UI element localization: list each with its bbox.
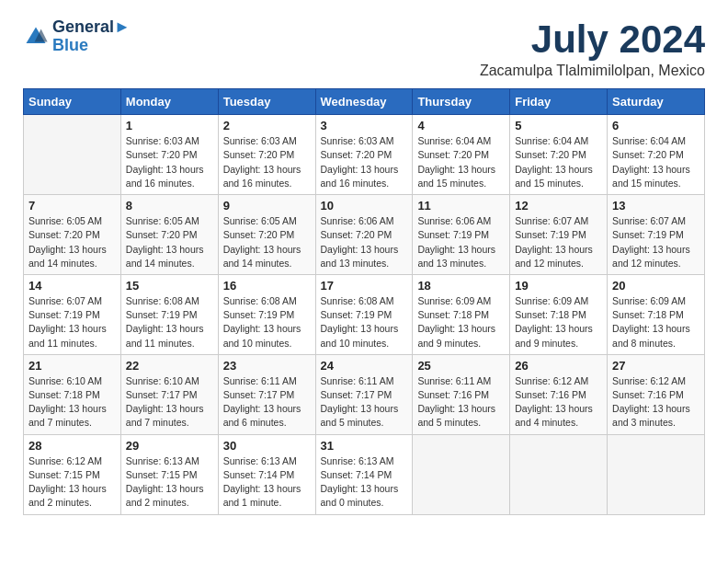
day-number: 22 xyxy=(126,359,213,373)
day-number: 15 xyxy=(126,279,213,293)
day-number: 25 xyxy=(417,359,505,373)
week-row-1: 1Sunrise: 6:03 AMSunset: 7:20 PMDaylight… xyxy=(24,115,705,195)
day-cell: 21Sunrise: 6:10 AMSunset: 7:18 PMDayligh… xyxy=(24,354,121,434)
calendar-table: SundayMondayTuesdayWednesdayThursdayFrid… xyxy=(23,88,705,514)
day-cell: 2Sunrise: 6:03 AMSunset: 7:20 PMDaylight… xyxy=(218,115,315,195)
day-info: Sunrise: 6:11 AMSunset: 7:16 PMDaylight:… xyxy=(417,374,505,431)
day-cell: 17Sunrise: 6:08 AMSunset: 7:19 PMDayligh… xyxy=(315,274,413,354)
day-cell: 6Sunrise: 6:04 AMSunset: 7:20 PMDaylight… xyxy=(608,115,705,195)
day-cell: 1Sunrise: 6:03 AMSunset: 7:20 PMDaylight… xyxy=(120,115,218,195)
day-cell: 25Sunrise: 6:11 AMSunset: 7:16 PMDayligh… xyxy=(413,354,510,434)
day-info: Sunrise: 6:11 AMSunset: 7:17 PMDaylight:… xyxy=(321,374,408,431)
calendar-body: 1Sunrise: 6:03 AMSunset: 7:20 PMDaylight… xyxy=(24,115,705,514)
day-cell: 15Sunrise: 6:08 AMSunset: 7:19 PMDayligh… xyxy=(120,274,218,354)
day-number: 31 xyxy=(321,439,408,453)
day-number: 7 xyxy=(28,199,116,213)
day-cell: 19Sunrise: 6:09 AMSunset: 7:18 PMDayligh… xyxy=(510,274,608,354)
week-row-2: 7Sunrise: 6:05 AMSunset: 7:20 PMDaylight… xyxy=(24,195,705,275)
day-cell: 28Sunrise: 6:12 AMSunset: 7:15 PMDayligh… xyxy=(24,434,121,514)
logo-text: General► Blue xyxy=(52,18,131,55)
day-number: 20 xyxy=(612,279,700,293)
day-info: Sunrise: 6:13 AMSunset: 7:15 PMDaylight:… xyxy=(126,454,213,511)
day-info: Sunrise: 6:11 AMSunset: 7:17 PMDaylight:… xyxy=(223,374,311,431)
day-cell: 3Sunrise: 6:03 AMSunset: 7:20 PMDaylight… xyxy=(315,115,413,195)
weekday-header-thursday: Thursday xyxy=(413,89,510,115)
day-number: 18 xyxy=(417,279,505,293)
day-cell: 11Sunrise: 6:06 AMSunset: 7:19 PMDayligh… xyxy=(413,195,510,275)
day-number: 24 xyxy=(321,359,408,373)
day-info: Sunrise: 6:03 AMSunset: 7:20 PMDaylight:… xyxy=(223,134,311,190)
day-cell: 7Sunrise: 6:05 AMSunset: 7:20 PMDaylight… xyxy=(24,195,121,275)
day-info: Sunrise: 6:08 AMSunset: 7:19 PMDaylight:… xyxy=(223,294,311,350)
day-number: 26 xyxy=(515,359,602,373)
day-number: 11 xyxy=(417,199,505,213)
title-section: July 2024 Zacamulpa Tlalmimilolpan, Mexi… xyxy=(480,18,705,79)
day-cell: 30Sunrise: 6:13 AMSunset: 7:14 PMDayligh… xyxy=(218,434,315,514)
day-number: 16 xyxy=(223,279,311,293)
day-cell: 22Sunrise: 6:10 AMSunset: 7:17 PMDayligh… xyxy=(120,354,218,434)
day-info: Sunrise: 6:06 AMSunset: 7:20 PMDaylight:… xyxy=(321,214,408,270)
weekday-header-monday: Monday xyxy=(120,89,218,115)
logo: General► Blue xyxy=(23,18,131,55)
day-number: 27 xyxy=(612,359,700,373)
day-info: Sunrise: 6:05 AMSunset: 7:20 PMDaylight:… xyxy=(126,214,213,270)
day-cell: 20Sunrise: 6:09 AMSunset: 7:18 PMDayligh… xyxy=(608,274,705,354)
weekday-header-saturday: Saturday xyxy=(608,89,705,115)
day-number: 6 xyxy=(612,119,700,132)
day-number: 8 xyxy=(126,199,213,213)
day-cell: 23Sunrise: 6:11 AMSunset: 7:17 PMDayligh… xyxy=(218,354,315,434)
day-number: 3 xyxy=(321,119,408,132)
day-info: Sunrise: 6:10 AMSunset: 7:17 PMDaylight:… xyxy=(126,374,213,431)
weekday-header-tuesday: Tuesday xyxy=(218,89,315,115)
day-number: 29 xyxy=(126,439,213,453)
day-cell: 4Sunrise: 6:04 AMSunset: 7:20 PMDaylight… xyxy=(413,115,510,195)
day-number: 21 xyxy=(28,359,116,373)
weekday-header-sunday: Sunday xyxy=(24,89,121,115)
day-number: 4 xyxy=(417,119,505,132)
day-cell xyxy=(510,434,608,514)
day-cell: 13Sunrise: 6:07 AMSunset: 7:19 PMDayligh… xyxy=(608,195,705,275)
day-info: Sunrise: 6:09 AMSunset: 7:18 PMDaylight:… xyxy=(417,294,505,350)
day-info: Sunrise: 6:07 AMSunset: 7:19 PMDaylight:… xyxy=(612,214,700,270)
day-number: 19 xyxy=(515,279,602,293)
weekday-header-wednesday: Wednesday xyxy=(315,89,413,115)
location-title: Zacamulpa Tlalmimilolpan, Mexico xyxy=(480,63,705,79)
day-cell: 31Sunrise: 6:13 AMSunset: 7:14 PMDayligh… xyxy=(315,434,413,514)
week-row-4: 21Sunrise: 6:10 AMSunset: 7:18 PMDayligh… xyxy=(24,354,705,434)
day-info: Sunrise: 6:05 AMSunset: 7:20 PMDaylight:… xyxy=(28,214,116,270)
day-info: Sunrise: 6:08 AMSunset: 7:19 PMDaylight:… xyxy=(126,294,213,350)
day-number: 9 xyxy=(223,199,311,213)
day-info: Sunrise: 6:04 AMSunset: 7:20 PMDaylight:… xyxy=(515,134,602,190)
weekday-header-friday: Friday xyxy=(510,89,608,115)
day-number: 30 xyxy=(223,439,311,453)
day-cell: 5Sunrise: 6:04 AMSunset: 7:20 PMDaylight… xyxy=(510,115,608,195)
day-info: Sunrise: 6:05 AMSunset: 7:20 PMDaylight:… xyxy=(223,214,311,270)
day-number: 17 xyxy=(321,279,408,293)
day-info: Sunrise: 6:06 AMSunset: 7:19 PMDaylight:… xyxy=(417,214,505,270)
day-cell: 10Sunrise: 6:06 AMSunset: 7:20 PMDayligh… xyxy=(315,195,413,275)
day-cell: 16Sunrise: 6:08 AMSunset: 7:19 PMDayligh… xyxy=(218,274,315,354)
day-cell: 18Sunrise: 6:09 AMSunset: 7:18 PMDayligh… xyxy=(413,274,510,354)
day-cell: 12Sunrise: 6:07 AMSunset: 7:19 PMDayligh… xyxy=(510,195,608,275)
day-info: Sunrise: 6:08 AMSunset: 7:19 PMDaylight:… xyxy=(321,294,408,350)
day-cell: 8Sunrise: 6:05 AMSunset: 7:20 PMDaylight… xyxy=(120,195,218,275)
weekday-header-row: SundayMondayTuesdayWednesdayThursdayFrid… xyxy=(24,89,705,115)
day-number: 23 xyxy=(223,359,311,373)
day-number: 28 xyxy=(28,439,116,453)
day-number: 10 xyxy=(321,199,408,213)
day-number: 2 xyxy=(223,119,311,132)
day-info: Sunrise: 6:03 AMSunset: 7:20 PMDaylight:… xyxy=(126,134,213,190)
day-info: Sunrise: 6:07 AMSunset: 7:19 PMDaylight:… xyxy=(28,294,116,350)
day-info: Sunrise: 6:04 AMSunset: 7:20 PMDaylight:… xyxy=(612,134,700,190)
day-cell xyxy=(608,434,705,514)
day-cell: 9Sunrise: 6:05 AMSunset: 7:20 PMDaylight… xyxy=(218,195,315,275)
day-cell: 27Sunrise: 6:12 AMSunset: 7:16 PMDayligh… xyxy=(608,354,705,434)
day-info: Sunrise: 6:10 AMSunset: 7:18 PMDaylight:… xyxy=(28,374,116,431)
day-info: Sunrise: 6:12 AMSunset: 7:16 PMDaylight:… xyxy=(612,374,700,431)
day-cell xyxy=(24,115,121,195)
page-header: General► Blue July 2024 Zacamulpa Tlalmi… xyxy=(23,18,705,79)
day-info: Sunrise: 6:13 AMSunset: 7:14 PMDaylight:… xyxy=(223,454,311,511)
day-number: 5 xyxy=(515,119,602,132)
day-info: Sunrise: 6:07 AMSunset: 7:19 PMDaylight:… xyxy=(515,214,602,270)
day-info: Sunrise: 6:09 AMSunset: 7:18 PMDaylight:… xyxy=(515,294,602,350)
